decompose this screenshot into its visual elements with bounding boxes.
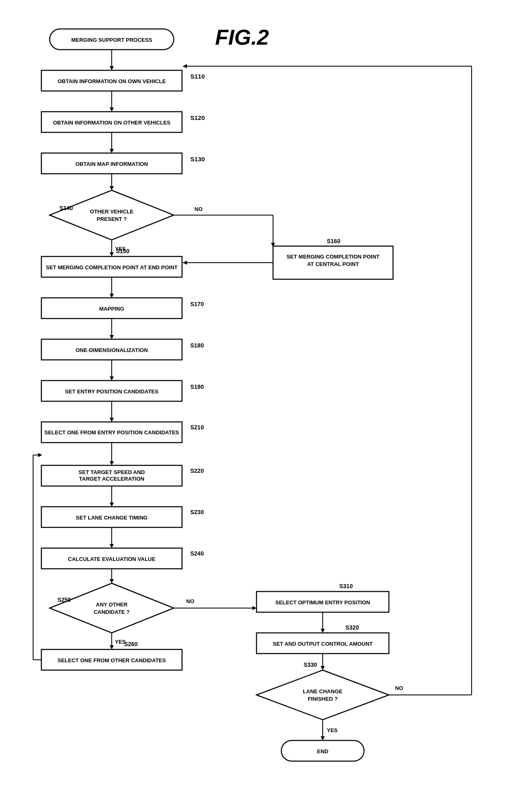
svg-text:SET LANE CHANGE TIMING: SET LANE CHANGE TIMING [76, 515, 147, 521]
svg-text:SET AND OUTPUT CONTROL AMOUNT: SET AND OUTPUT CONTROL AMOUNT [273, 641, 373, 647]
svg-marker-11 [50, 190, 174, 240]
svg-marker-70 [110, 186, 114, 190]
svg-text:S130: S130 [190, 156, 205, 163]
svg-marker-94 [38, 453, 42, 457]
svg-text:S260: S260 [124, 641, 138, 647]
svg-marker-113 [321, 736, 325, 740]
svg-marker-72 [110, 252, 114, 256]
svg-text:LANE CHANGE: LANE CHANGE [303, 688, 343, 695]
svg-text:ANY OTHER: ANY OTHER [96, 601, 128, 608]
svg-text:NO: NO [186, 598, 194, 604]
svg-marker-109 [321, 629, 325, 633]
svg-marker-64 [110, 66, 114, 70]
svg-marker-79 [183, 261, 187, 265]
svg-text:CANDIDATE ?: CANDIDATE ? [93, 609, 129, 615]
svg-marker-111 [321, 666, 325, 670]
svg-text:SELECT ONE FROM OTHER CANDIDAT: SELECT ONE FROM OTHER CANDIDATES [58, 657, 166, 663]
svg-text:SET TARGET SPEED AND: SET TARGET SPEED AND [79, 469, 145, 475]
svg-text:MERGING SUPPORT PROCESS: MERGING SUPPORT PROCESS [71, 37, 152, 43]
svg-text:SELECT OPTIMUM ENTRY POSITION: SELECT OPTIMUM ENTRY POSITION [276, 599, 370, 606]
svg-text:S120: S120 [190, 114, 205, 121]
svg-text:S310: S310 [339, 583, 353, 589]
svg-text:S180: S180 [190, 342, 204, 349]
svg-text:OBTAIN INFORMATION ON OTHER VE: OBTAIN INFORMATION ON OTHER VEHICLES [53, 120, 170, 126]
svg-text:S110: S110 [190, 73, 205, 80]
svg-text:OBTAIN MAP INFORMATION: OBTAIN MAP INFORMATION [75, 161, 148, 167]
svg-marker-96 [110, 503, 114, 507]
svg-text:S210: S210 [190, 424, 204, 431]
svg-text:S220: S220 [190, 467, 204, 474]
svg-marker-57 [256, 670, 389, 720]
svg-text:S190: S190 [190, 383, 204, 390]
svg-text:YES: YES [115, 246, 126, 252]
svg-text:YES: YES [327, 727, 338, 733]
svg-marker-118 [183, 64, 187, 68]
svg-marker-100 [110, 579, 114, 583]
svg-text:FINISHED ?: FINISHED ? [308, 696, 338, 702]
svg-marker-44 [50, 583, 174, 633]
svg-text:END: END [317, 748, 328, 755]
svg-marker-106 [252, 606, 256, 610]
svg-marker-68 [110, 149, 114, 153]
svg-text:SET MERGING COMPLETION POINT: SET MERGING COMPLETION POINT [287, 254, 380, 260]
svg-marker-66 [110, 108, 114, 112]
svg-text:SET ENTRY POSITION CANDIDATES: SET ENTRY POSITION CANDIDATES [65, 388, 158, 395]
svg-text:SELECT ONE FROM ENTRY POSITION: SELECT ONE FROM ENTRY POSITION CANDIDATE… [44, 429, 179, 436]
svg-text:OBTAIN INFORMATION ON OWN VEHI: OBTAIN INFORMATION ON OWN VEHICLE [58, 78, 166, 84]
svg-text:CALCULATE EVALUATION VALUE: CALCULATE EVALUATION VALUE [68, 556, 156, 562]
svg-text:S330: S330 [304, 661, 317, 668]
svg-marker-102 [110, 645, 114, 649]
svg-text:SET MERGING COMPLETION POINT A: SET MERGING COMPLETION POINT AT END POIN… [46, 264, 178, 271]
svg-text:NO: NO [395, 685, 403, 691]
svg-marker-81 [110, 294, 114, 298]
svg-text:S320: S320 [345, 624, 359, 631]
svg-marker-89 [110, 461, 114, 465]
svg-text:ONE-DIMENSIONALIZATION: ONE-DIMENSIONALIZATION [76, 347, 148, 353]
flowchart-svg: MERGING SUPPORT PROCESS OBTAIN INFORMATI… [17, 17, 496, 802]
svg-text:PRESENT ?: PRESENT ? [97, 216, 127, 222]
svg-text:OTHER VEHICLE: OTHER VEHICLE [90, 208, 134, 215]
svg-marker-83 [110, 335, 114, 339]
svg-text:S160: S160 [327, 238, 340, 244]
svg-text:S240: S240 [190, 550, 204, 557]
svg-marker-98 [110, 544, 114, 548]
svg-text:S250: S250 [58, 596, 71, 603]
svg-text:MAPPING: MAPPING [99, 306, 125, 312]
svg-text:AT CENTRAL POINT: AT CENTRAL POINT [307, 261, 359, 267]
svg-text:NO: NO [194, 206, 203, 212]
svg-text:S170: S170 [190, 301, 204, 307]
svg-marker-85 [110, 376, 114, 381]
svg-text:YES: YES [115, 639, 126, 645]
svg-text:S140: S140 [60, 205, 73, 211]
svg-text:S230: S230 [190, 509, 204, 515]
svg-text:TARGET ACCELERATION: TARGET ACCELERATION [79, 476, 144, 482]
page: FIG.2 MERGING SUPPORT PROCESS OBTAIN INF… [0, 0, 513, 812]
svg-marker-87 [110, 418, 114, 422]
